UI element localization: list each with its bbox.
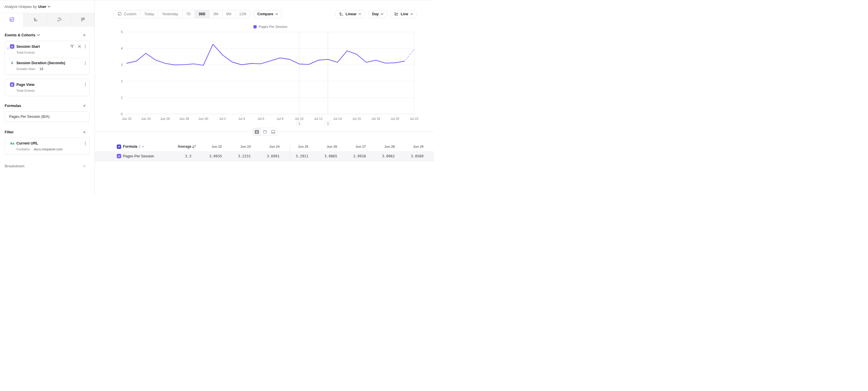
row-checkbox[interactable]: [117, 154, 121, 158]
kebab-menu-icon[interactable]: [85, 142, 86, 145]
chevron-down-icon[interactable]: [37, 34, 40, 36]
sidebar-body: Events & Cohorts + A Session Start: [0, 33, 95, 168]
query-builder-sidebar: Analyze Uniques by User: [0, 0, 95, 196]
numeric-property-icon: #: [10, 61, 14, 65]
analyze-uniques-bar: Analyze Uniques by User: [0, 0, 95, 13]
table-row[interactable]: Pages Per Session 3.3 3.0935 3.2231 3.69…: [95, 151, 434, 161]
svg-text:Jul 6: Jul 6: [257, 117, 264, 120]
event-letter-badge: A: [10, 44, 14, 49]
svg-text:2: 2: [121, 79, 123, 83]
analyze-uniques-value[interactable]: User: [38, 5, 46, 9]
filter-funnel-icon[interactable]: [70, 45, 74, 48]
svg-text:Jul 14: Jul 14: [333, 117, 342, 120]
svg-text:0: 0: [121, 112, 123, 116]
formulas-section-header: Formulas +: [5, 104, 90, 108]
sort-descending-icon[interactable]: [191, 145, 197, 148]
kebab-menu-icon[interactable]: [85, 45, 86, 48]
event-title[interactable]: Session Start: [17, 45, 40, 49]
date-column-header[interactable]: Jun 26: [312, 145, 341, 148]
date-column-header[interactable]: Jun 23: [225, 145, 254, 148]
svg-text:Jul 8: Jul 8: [277, 117, 283, 120]
event-card-page-view[interactable]: B Page View Total Events: [5, 79, 90, 96]
tab-flows[interactable]: [47, 13, 71, 27]
value-cell: 3.6991: [254, 154, 283, 158]
event-measurement[interactable]: Total Events: [17, 51, 89, 54]
funnels-bars-icon: [33, 17, 38, 23]
property-condition[interactable]: Greater than10: [17, 67, 89, 71]
filter-value[interactable]: docs.mixpanel.com: [34, 147, 62, 151]
event-card-session-start[interactable]: A Session Start T: [5, 41, 90, 75]
svg-text:Jul 10: Jul 10: [295, 117, 304, 120]
string-property-icon: Aa: [10, 142, 14, 145]
remove-event-icon[interactable]: [78, 45, 81, 48]
filter-condition[interactable]: Containsdocs.mixpanel.com: [17, 147, 89, 151]
table-header-row: Formula1 Average Jun 22 Jun 23 Jun 24 Ju…: [95, 142, 434, 151]
event-letter-badge: B: [10, 82, 14, 87]
formula-card[interactable]: Pages Per Session (B/A): [5, 111, 90, 122]
value-cell: 3.2911: [283, 154, 312, 158]
average-column-header[interactable]: Average: [178, 144, 191, 148]
chevron-down-icon: [142, 146, 144, 147]
value-cell: 3.0865: [312, 154, 341, 158]
event-measurement[interactable]: Total Events: [17, 89, 89, 92]
date-column-header[interactable]: Jun 29: [398, 145, 427, 148]
flows-icon: [57, 17, 62, 23]
events-cohorts-section-header: Events & Cohorts +: [5, 33, 90, 37]
table-column-divider: [290, 142, 290, 161]
svg-text:Jun 28: Jun 28: [179, 117, 189, 120]
kebab-menu-icon[interactable]: [85, 61, 86, 65]
table-only-icon: [271, 130, 275, 134]
filter-card-current-url[interactable]: Aa Current URL Containsdocs.mixpanel.com: [5, 138, 90, 155]
chevron-down-icon[interactable]: [48, 6, 50, 8]
value-cell: 3.0935: [197, 154, 225, 158]
insights-report-page: Analyze Uniques by User: [0, 0, 434, 196]
svg-text:5: 5: [121, 30, 123, 34]
add-formula-button[interactable]: +: [83, 104, 86, 108]
add-filter-button[interactable]: +: [83, 130, 86, 134]
svg-text:Jul 22: Jul 22: [410, 117, 418, 120]
chart-only-toggle[interactable]: [261, 128, 269, 135]
filter-property-title[interactable]: Current URL: [17, 141, 38, 145]
average-value-cell: 3.3: [185, 154, 191, 158]
svg-text:Jun 22: Jun 22: [122, 117, 131, 120]
date-column-header[interactable]: Jun 25: [283, 145, 312, 148]
report-main-area: Custom Today Yesterday 7D 30D 3M 6M 12M …: [95, 0, 434, 196]
layout-toggle-group: [252, 128, 277, 136]
svg-text:Jul 16: Jul 16: [352, 117, 361, 120]
svg-text:1: 1: [327, 122, 329, 125]
drag-handle-icon[interactable]: [7, 46, 9, 51]
svg-text:Jul 4: Jul 4: [238, 117, 245, 120]
date-column-header[interactable]: Jun 24: [254, 145, 283, 148]
table-only-toggle[interactable]: [269, 128, 277, 135]
svg-text:1: 1: [121, 96, 123, 100]
svg-text:1: 1: [298, 122, 300, 125]
series-name-cell: Pages Per Session: [123, 154, 154, 158]
date-column-header[interactable]: Jun 28: [369, 145, 398, 148]
analyze-uniques-label: Analyze Uniques by: [4, 5, 37, 9]
value-cell: 3.0560: [398, 154, 427, 158]
kebab-menu-icon[interactable]: [85, 83, 86, 86]
svg-text:Jul 12: Jul 12: [314, 117, 322, 120]
formula-column-header[interactable]: Formula1: [123, 144, 144, 148]
value-cell: 2.9918: [341, 154, 369, 158]
breakdown-section-header: Breakdown +: [5, 164, 90, 168]
filter-title: Filter: [5, 130, 14, 134]
line-chart-canvas[interactable]: 012345Jun 22Jun 24Jun 26Jun 28Jun 30Jul …: [95, 0, 434, 135]
event-title[interactable]: Page View: [17, 83, 34, 87]
date-column-header[interactable]: Jun 27: [341, 145, 369, 148]
add-breakdown-button[interactable]: +: [83, 164, 86, 168]
tab-retention[interactable]: [71, 13, 95, 27]
date-column-header[interactable]: Jun 22: [197, 145, 225, 148]
insights-chart-icon: [9, 17, 14, 23]
svg-text:3: 3: [121, 63, 123, 66]
events-cohorts-title: Events & Cohorts: [5, 33, 35, 37]
add-event-button[interactable]: +: [83, 33, 86, 37]
svg-text:Jun 30: Jun 30: [198, 117, 208, 120]
select-all-checkbox[interactable]: [117, 144, 121, 149]
property-title[interactable]: Session Duration (Seconds): [17, 61, 65, 65]
split-view-toggle[interactable]: [253, 128, 261, 135]
tab-funnels[interactable]: [23, 13, 47, 27]
formula-name: Pages Per Session (B/A): [5, 112, 89, 122]
condition-value[interactable]: 10: [39, 67, 43, 71]
tab-insights[interactable]: [0, 13, 23, 27]
